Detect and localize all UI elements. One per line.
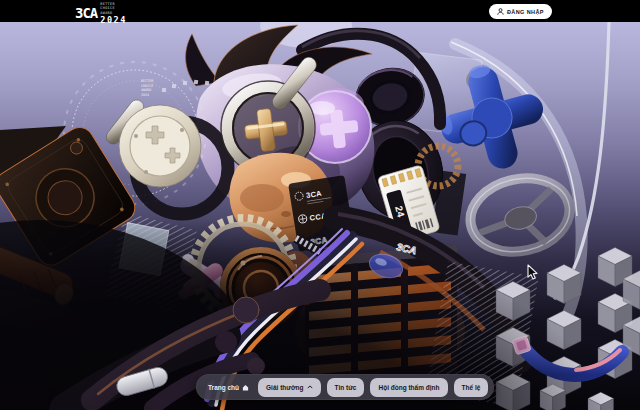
nav-news-label: Tin tức xyxy=(335,384,357,391)
nav-jury-label: Hội đồng thẩm định xyxy=(378,384,439,391)
nav-item-awards[interactable]: Giải thưởng xyxy=(258,378,321,397)
chevron-up-icon xyxy=(307,385,313,389)
bca-logo[interactable]: 3CA BETTER CHOICE AWARD 2024 xyxy=(75,2,127,25)
home-icon xyxy=(242,384,249,391)
logo-meta: BETTER CHOICE AWARD 2024 xyxy=(100,2,126,25)
hud-text-line: BETTER xyxy=(141,79,154,83)
nav-item-home[interactable]: Trang chủ xyxy=(208,384,249,391)
nav-home-label: Trang chủ xyxy=(208,384,239,391)
top-header-bar: 3CA BETTER CHOICE AWARD 2024 ĐĂNG NHẬP xyxy=(0,0,640,22)
nav-item-news[interactable]: Tin tức xyxy=(327,378,365,397)
login-button[interactable]: ĐĂNG NHẬP xyxy=(489,4,552,19)
person-icon xyxy=(497,8,504,15)
hero-3d-artwork: BETTER CHOICE AWARD 2024 xyxy=(0,0,640,410)
hud-text-line: CHOICE xyxy=(141,84,153,88)
logo-tagline: BETTER CHOICE AWARD xyxy=(100,2,125,15)
nav-rules-label: Thể lệ xyxy=(462,384,481,391)
hud-text-line: AWARD xyxy=(141,88,151,92)
hud-text-line: 2024 xyxy=(141,93,149,97)
logo-acronym: 3CA xyxy=(75,6,97,20)
bottom-navbar: Trang chủ Giải thưởng Tin tức Hội đồng t… xyxy=(196,374,494,400)
nav-item-jury[interactable]: Hội đồng thẩm định xyxy=(370,378,447,397)
nav-awards-label: Giải thưởng xyxy=(266,384,304,391)
login-label: ĐĂNG NHẬP xyxy=(507,9,544,15)
nav-item-rules[interactable]: Thể lệ xyxy=(454,378,489,397)
logo-year: 2024 xyxy=(100,16,126,25)
